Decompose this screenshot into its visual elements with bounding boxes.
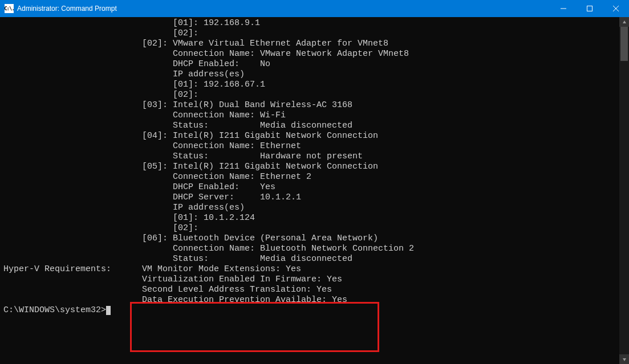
output-line: Connection Name: VMware Network Adapter … xyxy=(3,49,629,59)
output-line: Status: Hardware not present xyxy=(3,152,629,162)
scroll-up-button[interactable] xyxy=(619,17,629,27)
maximize-button[interactable] xyxy=(577,0,603,17)
cmd-icon: C:\. xyxy=(5,4,14,13)
output-line: [02]: xyxy=(3,90,629,100)
output-line: IP address(es) xyxy=(3,203,629,213)
output-line: [02]: VMware Virtual Ethernet Adapter fo… xyxy=(3,39,629,49)
output-line: [01]: 192.168.9.1 xyxy=(3,18,629,28)
output-line: [01]: 10.1.2.124 xyxy=(3,213,629,223)
output-line: [02]: xyxy=(3,223,629,234)
svg-marker-5 xyxy=(623,358,626,361)
window-title: Administrator: Command Prompt xyxy=(17,5,117,13)
output-line: Connection Name: Ethernet xyxy=(3,141,629,152)
output-line: Connection Name: Wi-Fi xyxy=(3,111,629,121)
output-line: [05]: Intel(R) I211 Gigabit Network Conn… xyxy=(3,162,629,172)
vertical-scrollbar[interactable] xyxy=(619,17,629,364)
output-line: Status: Media disconnected xyxy=(3,254,629,264)
prompt-text: C:\WINDOWS\system32> xyxy=(3,305,106,315)
output-line: Connection Name: Ethernet 2 xyxy=(3,172,629,182)
scroll-track[interactable] xyxy=(619,27,629,354)
output-line: Connection Name: Bluetooth Network Conne… xyxy=(3,244,629,254)
output-line: Virtualization Enabled In Firmware: Yes xyxy=(3,275,629,285)
prompt-line: C:\WINDOWS\system32> xyxy=(3,305,629,316)
output-line: IP address(es) xyxy=(3,69,629,80)
output-line: Status: Media disconnected xyxy=(3,121,629,131)
window-titlebar[interactable]: C:\. Administrator: Command Prompt xyxy=(0,0,629,17)
scroll-thumb[interactable] xyxy=(620,27,628,61)
output-line: DHCP Enabled: No xyxy=(3,59,629,69)
close-button[interactable] xyxy=(603,0,629,17)
output-line: [03]: Intel(R) Dual Band Wireless-AC 316… xyxy=(3,100,629,111)
output-line: Hyper-V Requirements: VM Monitor Mode Ex… xyxy=(3,264,629,275)
output-line: Second Level Address Translation: Yes xyxy=(3,285,629,295)
window-controls xyxy=(550,0,629,17)
output-line: DHCP Enabled: Yes xyxy=(3,182,629,193)
scroll-down-button[interactable] xyxy=(619,354,629,364)
output-line: Data Execution Prevention Available: Yes xyxy=(3,295,629,305)
output-line: [06]: Bluetooth Device (Personal Area Ne… xyxy=(3,234,629,244)
cursor xyxy=(106,306,111,315)
output-line: [01]: 192.168.67.1 xyxy=(3,80,629,90)
output-line: [02]: xyxy=(3,28,629,39)
output-line: DHCP Server: 10.1.2.1 xyxy=(3,193,629,203)
terminal-output[interactable]: [01]: 192.168.9.1 [02]: [02]: VMware Vir… xyxy=(0,17,629,364)
minimize-button[interactable] xyxy=(550,0,577,17)
output-line: [04]: Intel(R) I211 Gigabit Network Conn… xyxy=(3,131,629,141)
svg-marker-4 xyxy=(623,21,626,23)
svg-rect-1 xyxy=(587,6,593,11)
